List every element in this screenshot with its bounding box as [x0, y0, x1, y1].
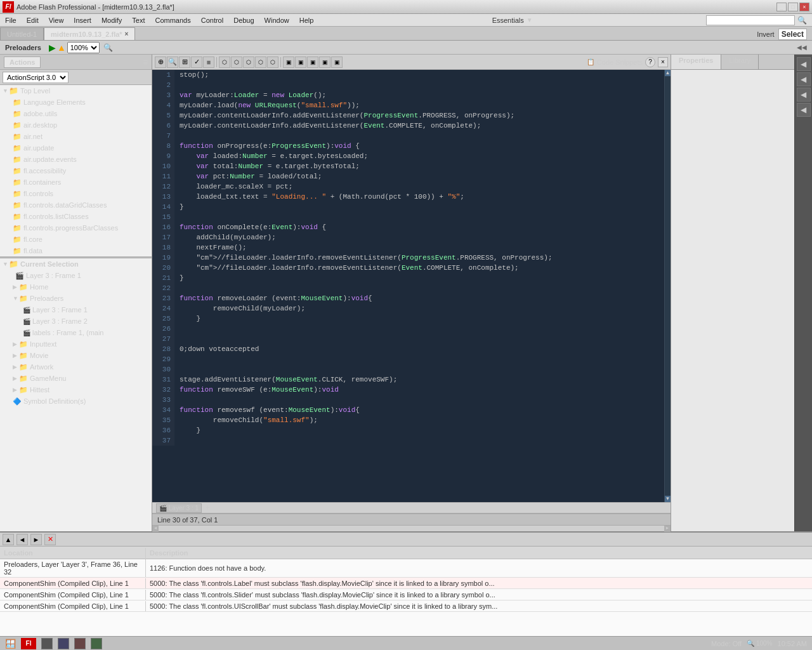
menu-debug[interactable]: Debug — [228, 15, 259, 25]
line-code-9[interactable]: var loaded:Number = e.target.bytesLoaded… — [174, 151, 664, 161]
tree-air-update-events[interactable]: 📁 air.update.events — [0, 154, 152, 165]
scroll-down-btn[interactable]: ▼ — [665, 496, 671, 502]
line-code-22[interactable] — [174, 283, 664, 293]
actions-tab-label[interactable]: Actions — [4, 56, 41, 68]
btn-stop-debug[interactable]: ⬡ — [267, 56, 278, 68]
expand-home-icon[interactable]: ▶ — [13, 284, 19, 290]
error-run-btn[interactable]: ▲ — [3, 534, 14, 545]
btn-options5[interactable]: ▣ — [331, 56, 343, 68]
code-snippets-label[interactable]: Code Snippets — [597, 58, 643, 66]
line-code-36[interactable]: } — [174, 425, 664, 435]
line-code-10[interactable]: var total:Number = e.target.bytesTotal; — [174, 161, 664, 171]
menu-text[interactable]: Text — [127, 15, 150, 25]
line-code-25[interactable]: } — [174, 314, 664, 324]
tree-inputtext[interactable]: ▶ 📁 Inputtext — [0, 338, 152, 350]
search-input[interactable] — [706, 15, 795, 25]
line-code-16[interactable]: function onComplete(e:Event):void { — [174, 222, 664, 232]
tree-air-update[interactable]: 📁 air.update — [0, 142, 152, 154]
zoom-controls[interactable]: 🔍 100% — [747, 640, 772, 647]
tab-midterm[interactable]: midterm10.9.13_2.fla* × — [44, 27, 135, 40]
line-code-32[interactable]: function removeSWF (e:MouseEvent):void — [174, 385, 664, 395]
line-code-17[interactable]: addChild(myLoader); — [174, 232, 664, 242]
btn-add-statement[interactable]: ⊕ — [155, 56, 166, 68]
error-row-2[interactable]: ComponentShim (Compiled Clip), Line 1 50… — [0, 589, 812, 600]
tree-home[interactable]: ▶ 📁 Home — [0, 281, 152, 293]
btn-options2[interactable]: ▣ — [295, 56, 306, 68]
taskbar-icon5[interactable] — [91, 638, 102, 649]
tree-language-elements[interactable]: 📁 Language Elements — [0, 96, 152, 108]
menu-file[interactable]: File — [0, 15, 22, 25]
line-code-15[interactable] — [174, 212, 664, 222]
expand-hittest-icon[interactable]: ▶ — [13, 387, 19, 393]
taskbar-icon4[interactable] — [74, 638, 86, 649]
tool-btn-2[interactable]: ◀ — [797, 72, 811, 86]
tree-preloaders[interactable]: ▼ 📁 Preloaders — [0, 293, 152, 304]
as-version-select[interactable]: ActionScript 3.0 ActionScript 2.0 — [3, 72, 69, 83]
line-code-8[interactable]: function onProgress(e:ProgressEvent):voi… — [174, 141, 664, 151]
expand-movie-icon[interactable]: ▶ — [13, 352, 19, 359]
tree-adobe-utils[interactable]: 📁 adobe.utils — [0, 108, 152, 119]
tree-air-desktop[interactable]: 📁 air.desktop — [0, 119, 152, 131]
line-code-33[interactable] — [174, 395, 664, 405]
tree-fl-controls-progress[interactable]: 📁 fl.controls.progressBarClasses — [0, 222, 152, 234]
scroll-up-btn[interactable]: ▲ — [665, 70, 671, 76]
tree-symbol-definition[interactable]: 🔷 Symbol Definition(s) — [0, 395, 152, 407]
btn-step-out[interactable]: ⬡ — [255, 56, 266, 68]
tree-air-net[interactable]: 📁 air.net — [0, 131, 152, 142]
tree-layer3-frame1[interactable]: 🎬 Layer 3 : Frame 1 — [0, 304, 152, 315]
line-code-13[interactable]: loaded_txt.text = "Loading... " + (Math.… — [174, 192, 664, 202]
btn-options1[interactable]: ▣ — [283, 56, 294, 68]
tree-toplevel[interactable]: ▼ 📁 Top Level — [0, 85, 152, 96]
line-code-30[interactable] — [174, 364, 664, 375]
btn-check-syntax[interactable]: ✓ — [191, 56, 202, 68]
expand-gamemenu-icon[interactable]: ▶ — [13, 375, 19, 381]
line-code-26[interactable] — [174, 324, 664, 334]
workspace-dropdown-icon[interactable]: ▼ — [527, 17, 533, 23]
expand-toplevel-icon[interactable]: ▼ — [3, 88, 9, 94]
line-code-1[interactable]: stop(); — [174, 70, 664, 80]
line-code-12[interactable]: loader_mc.scaleX = pct; — [174, 182, 664, 192]
tree-current-selection[interactable]: ▼ 📁 Current Selection — [0, 258, 152, 270]
select-button[interactable]: Select — [778, 29, 807, 40]
tab-untitled[interactable]: Untitled-1 — [0, 27, 44, 40]
line-code-27[interactable] — [174, 334, 664, 344]
btn-insert-path[interactable]: ⊞ — [179, 56, 190, 68]
line-code-18[interactable]: nextFrame(); — [174, 242, 664, 253]
restore-btn[interactable]: □ — [788, 3, 798, 11]
line-code-11[interactable]: var pct:Number = loaded/total; — [174, 171, 664, 182]
error-row-1[interactable]: ComponentShim (Compiled Clip), Line 1 50… — [0, 578, 812, 589]
line-code-6[interactable]: myLoader.contentLoaderInfo.addEventListe… — [174, 121, 664, 131]
expand-icon-right[interactable]: ◀◀ — [797, 44, 807, 51]
menu-commands[interactable]: Commands — [150, 15, 195, 25]
tool-btn-1[interactable]: ◀ — [797, 57, 811, 71]
expand-selection-icon[interactable]: ▼ — [3, 261, 9, 267]
line-code-19[interactable]: "cm">//fileLoader.loaderInfo.removeEvent… — [174, 253, 664, 263]
tree-fl-core[interactable]: 📁 fl.core — [0, 234, 152, 245]
tool-btn-3[interactable]: ◀ — [797, 88, 811, 102]
tree-movie[interactable]: ▶ 📁 Movie — [0, 350, 152, 361]
tree-fl-data[interactable]: 📁 fl.data — [0, 245, 152, 256]
btn-auto-format[interactable]: ≡ — [203, 56, 214, 68]
tree-fl-containers[interactable]: 📁 fl.containers — [0, 176, 152, 188]
tree-labels-frame1[interactable]: 🎬 labels : Frame 1, (main — [0, 327, 152, 338]
line-code-7[interactable] — [174, 131, 664, 141]
minimize-btn[interactable]: _ — [776, 3, 787, 11]
menu-view[interactable]: View — [44, 15, 69, 25]
search-icon[interactable]: 🔍 — [797, 16, 807, 25]
expand-preloaders-icon[interactable]: ▼ — [13, 295, 19, 302]
line-code-28[interactable]: 0;down voteaccepted — [174, 344, 664, 354]
line-code-35[interactable]: removeChild("small.swf"); — [174, 415, 664, 425]
tree-hittest[interactable]: ▶ 📁 Hittest — [0, 384, 152, 395]
view-icon[interactable]: 🔍 — [103, 43, 113, 52]
tree-gamemenu[interactable]: ▶ 📁 GameMenu — [0, 373, 152, 384]
line-code-2[interactable] — [174, 80, 664, 90]
line-code-14[interactable]: } — [174, 202, 664, 212]
collapse-btn[interactable]: × — [658, 57, 668, 67]
menu-window[interactable]: Window — [259, 15, 294, 25]
panel-options-icon[interactable]: ≡ — [143, 58, 148, 67]
error-row-3[interactable]: ComponentShim (Compiled Clip), Line 1 50… — [0, 600, 812, 612]
close-btn[interactable]: × — [799, 3, 809, 11]
menu-modify[interactable]: Modify — [96, 15, 127, 25]
error-row-0[interactable]: Preloaders, Layer 'Layer 3', Frame 36, L… — [0, 559, 812, 578]
line-code-20[interactable]: "cm">//fileLoader.loaderInfo.removeEvent… — [174, 263, 664, 273]
